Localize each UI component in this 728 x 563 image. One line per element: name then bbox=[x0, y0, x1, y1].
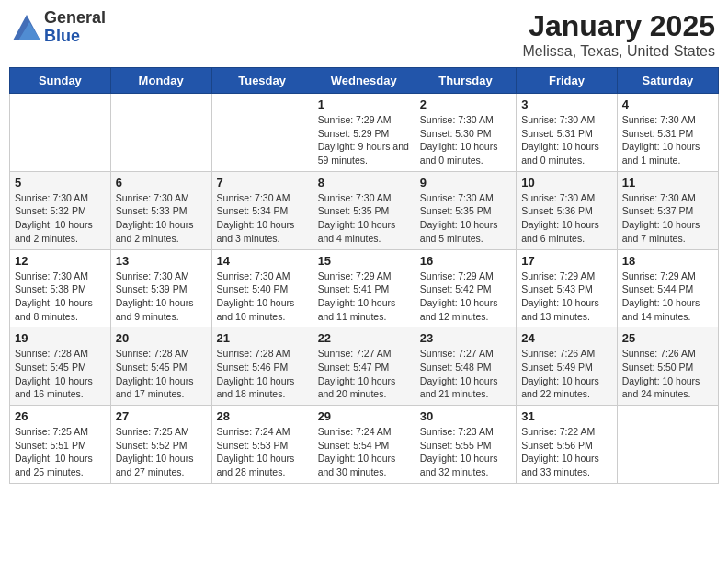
logo-icon bbox=[13, 15, 40, 40]
day-number: 10 bbox=[521, 176, 612, 190]
day-number: 6 bbox=[116, 176, 207, 190]
day-number: 2 bbox=[420, 98, 511, 111]
cell-text-line: Sunset: 5:54 PM bbox=[318, 439, 410, 453]
day-number: 15 bbox=[318, 254, 410, 268]
day-number: 13 bbox=[116, 254, 207, 268]
cell-text-line: Sunset: 5:35 PM bbox=[420, 204, 511, 218]
cell-text-line: Sunset: 5:44 PM bbox=[622, 282, 713, 296]
calendar-week-1: 1Sunrise: 7:29 AMSunset: 5:29 PMDaylight… bbox=[10, 94, 719, 172]
calendar-cell: 15Sunrise: 7:29 AMSunset: 5:41 PMDayligh… bbox=[313, 249, 415, 327]
calendar-cell: 6Sunrise: 7:30 AMSunset: 5:33 PMDaylight… bbox=[110, 171, 211, 249]
cell-text-line: Daylight: 10 hours and 32 minutes. bbox=[420, 452, 511, 478]
cell-text-line: Sunrise: 7:29 AM bbox=[318, 113, 410, 127]
cell-text-line: Sunset: 5:32 PM bbox=[15, 204, 106, 218]
calendar-cell: 20Sunrise: 7:28 AMSunset: 5:45 PMDayligh… bbox=[110, 327, 211, 406]
day-number: 20 bbox=[116, 331, 207, 345]
cell-text-line: Sunset: 5:41 PM bbox=[318, 282, 410, 296]
cell-text-line: Sunrise: 7:30 AM bbox=[116, 191, 207, 205]
cell-text-line: Sunset: 5:30 PM bbox=[420, 127, 511, 141]
calendar-cell: 29Sunrise: 7:24 AMSunset: 5:54 PMDayligh… bbox=[313, 406, 415, 484]
calendar-cell: 28Sunrise: 7:24 AMSunset: 5:53 PMDayligh… bbox=[211, 406, 313, 484]
cell-text-line: Sunrise: 7:26 AM bbox=[622, 347, 713, 361]
cell-text-line: Sunrise: 7:25 AM bbox=[116, 425, 207, 439]
cell-text-line: Sunset: 5:36 PM bbox=[521, 204, 612, 218]
calendar-cell: 4Sunrise: 7:30 AMSunset: 5:31 PMDaylight… bbox=[617, 94, 718, 172]
title-block: January 2025 Melissa, Texas, United Stat… bbox=[522, 9, 715, 60]
cell-text-line: Daylight: 10 hours and 18 minutes. bbox=[217, 374, 308, 401]
cell-text-line: Sunset: 5:40 PM bbox=[217, 282, 308, 296]
cell-text-line: Sunrise: 7:29 AM bbox=[521, 270, 612, 283]
cell-text-line: Sunset: 5:31 PM bbox=[521, 127, 612, 141]
cell-text-line: Daylight: 10 hours and 24 minutes. bbox=[622, 374, 713, 401]
calendar-cell: 19Sunrise: 7:28 AMSunset: 5:45 PMDayligh… bbox=[10, 327, 111, 406]
day-number: 24 bbox=[521, 331, 612, 345]
calendar-cell: 14Sunrise: 7:30 AMSunset: 5:40 PMDayligh… bbox=[211, 249, 313, 327]
cell-text-line: Sunset: 5:51 PM bbox=[15, 439, 106, 453]
cell-text-line: Sunset: 5:37 PM bbox=[622, 204, 713, 218]
cell-text-line: Daylight: 10 hours and 2 minutes. bbox=[116, 218, 207, 245]
calendar-week-4: 19Sunrise: 7:28 AMSunset: 5:45 PMDayligh… bbox=[10, 327, 719, 406]
cell-text-line: Sunrise: 7:30 AM bbox=[217, 191, 308, 205]
calendar-cell: 16Sunrise: 7:29 AMSunset: 5:42 PMDayligh… bbox=[415, 249, 516, 327]
cell-text-line: Sunrise: 7:23 AM bbox=[420, 425, 511, 439]
cell-text-line: Sunrise: 7:29 AM bbox=[420, 270, 511, 283]
cell-text-line: Sunrise: 7:25 AM bbox=[15, 425, 106, 439]
cell-text-line: Sunset: 5:45 PM bbox=[116, 361, 207, 374]
cell-text-line: Sunrise: 7:30 AM bbox=[521, 113, 612, 127]
cell-text-line: Daylight: 10 hours and 4 minutes. bbox=[318, 218, 410, 245]
page-title: January 2025 bbox=[522, 9, 715, 43]
calendar-cell: 24Sunrise: 7:26 AMSunset: 5:49 PMDayligh… bbox=[517, 327, 618, 406]
cell-text-line: Sunrise: 7:30 AM bbox=[420, 113, 511, 127]
cell-text-line: Daylight: 10 hours and 7 minutes. bbox=[622, 218, 713, 245]
calendar-cell: 17Sunrise: 7:29 AMSunset: 5:43 PMDayligh… bbox=[517, 249, 618, 327]
weekday-header-wednesday: Wednesday bbox=[313, 68, 415, 94]
calendar-cell: 12Sunrise: 7:30 AMSunset: 5:38 PMDayligh… bbox=[10, 249, 111, 327]
cell-text-line: Sunset: 5:56 PM bbox=[521, 439, 612, 453]
cell-text-line: Sunset: 5:43 PM bbox=[521, 282, 612, 296]
day-number: 9 bbox=[420, 176, 511, 190]
cell-text-line: Sunrise: 7:30 AM bbox=[521, 191, 612, 205]
calendar-cell: 5Sunrise: 7:30 AMSunset: 5:32 PMDaylight… bbox=[10, 171, 111, 249]
day-number: 11 bbox=[622, 176, 713, 190]
cell-text-line: Sunrise: 7:28 AM bbox=[116, 347, 207, 361]
day-number: 16 bbox=[420, 254, 511, 268]
calendar-cell: 2Sunrise: 7:30 AMSunset: 5:30 PMDaylight… bbox=[415, 94, 516, 172]
cell-text-line: Sunrise: 7:24 AM bbox=[318, 425, 410, 439]
cell-text-line: Daylight: 10 hours and 8 minutes. bbox=[15, 296, 106, 323]
day-number: 26 bbox=[15, 409, 106, 423]
cell-text-line: Sunrise: 7:28 AM bbox=[15, 347, 106, 361]
cell-text-line: Daylight: 10 hours and 0 minutes. bbox=[521, 140, 612, 167]
calendar-cell: 25Sunrise: 7:26 AMSunset: 5:50 PMDayligh… bbox=[617, 327, 718, 406]
day-number: 28 bbox=[217, 409, 308, 423]
day-number: 1 bbox=[318, 98, 410, 111]
weekday-header-friday: Friday bbox=[517, 68, 618, 94]
cell-text-line: Sunrise: 7:30 AM bbox=[15, 270, 106, 283]
day-number: 12 bbox=[15, 254, 106, 268]
cell-text-line: Sunset: 5:45 PM bbox=[15, 361, 106, 374]
cell-text-line: Daylight: 10 hours and 20 minutes. bbox=[318, 374, 410, 401]
cell-text-line: Sunset: 5:42 PM bbox=[420, 282, 511, 296]
calendar-week-5: 26Sunrise: 7:25 AMSunset: 5:51 PMDayligh… bbox=[10, 406, 719, 484]
cell-text-line: Sunset: 5:49 PM bbox=[521, 361, 612, 374]
weekday-header-saturday: Saturday bbox=[617, 68, 718, 94]
cell-text-line: Daylight: 10 hours and 25 minutes. bbox=[15, 452, 106, 478]
cell-text-line: Daylight: 10 hours and 21 minutes. bbox=[420, 374, 511, 401]
calendar-cell: 8Sunrise: 7:30 AMSunset: 5:35 PMDaylight… bbox=[313, 171, 415, 249]
cell-text-line: Daylight: 10 hours and 27 minutes. bbox=[116, 452, 207, 478]
cell-text-line: Sunset: 5:31 PM bbox=[622, 127, 713, 141]
weekday-header-row: SundayMondayTuesdayWednesdayThursdayFrid… bbox=[10, 68, 719, 94]
calendar-cell: 26Sunrise: 7:25 AMSunset: 5:51 PMDayligh… bbox=[10, 406, 111, 484]
cell-text-line: Sunset: 5:33 PM bbox=[116, 204, 207, 218]
calendar-cell: 21Sunrise: 7:28 AMSunset: 5:46 PMDayligh… bbox=[211, 327, 313, 406]
calendar-cell bbox=[211, 94, 313, 172]
calendar-cell bbox=[110, 94, 211, 172]
cell-text-line: Sunrise: 7:30 AM bbox=[318, 191, 410, 205]
day-number: 4 bbox=[622, 98, 713, 111]
day-number: 31 bbox=[521, 409, 612, 423]
calendar-cell: 30Sunrise: 7:23 AMSunset: 5:55 PMDayligh… bbox=[415, 406, 516, 484]
cell-text-line: Daylight: 10 hours and 16 minutes. bbox=[15, 374, 106, 401]
cell-text-line: Daylight: 10 hours and 17 minutes. bbox=[116, 374, 207, 401]
cell-text-line: Daylight: 10 hours and 10 minutes. bbox=[217, 296, 308, 323]
cell-text-line: Daylight: 10 hours and 30 minutes. bbox=[318, 452, 410, 478]
cell-text-line: Daylight: 10 hours and 0 minutes. bbox=[420, 140, 511, 167]
